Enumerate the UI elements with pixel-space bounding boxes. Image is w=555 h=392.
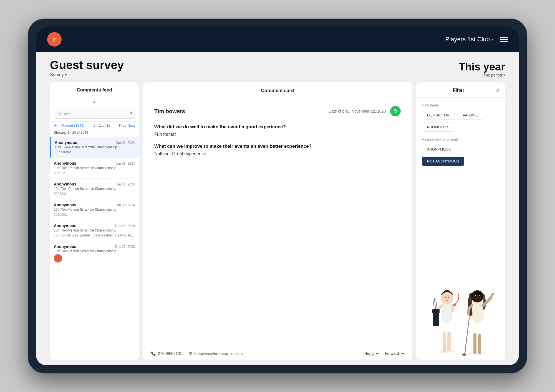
svg-point-21 (453, 304, 456, 306)
question-text-2: What can we improve to make their events… (154, 144, 401, 149)
comment-card-panel: Comment card Tim bowers Date of play: No… (143, 82, 412, 360)
svg-point-12 (468, 351, 486, 356)
svg-rect-15 (472, 300, 483, 318)
comment-card-header: Comment card (143, 82, 412, 98)
reply-icon: ↩ (376, 351, 379, 356)
page-subtitle[interactable]: Survey ▾ (50, 72, 124, 77)
comment-item[interactable]: Anonymous Dec 28, 2023 10th Two-Person S… (50, 220, 139, 241)
filter-tab-unread[interactable]: Unread (8543) (61, 123, 85, 128)
logo-letter: r (53, 35, 56, 43)
svg-rect-6 (432, 309, 440, 313)
tablet-frame: r Players 1st Club ▾ Guest survey Survey (28, 19, 527, 373)
page-header: Guest survey Survey ▾ This year Time per… (36, 52, 519, 82)
comment-event: 10th Two-Person Scramble Championship (55, 145, 135, 149)
comment-author: Anonymous (55, 140, 77, 145)
club-selector[interactable]: Players 1st Club ▾ (445, 36, 493, 43)
search-help-icon[interactable]: ? (130, 111, 132, 116)
footer-actions: Reply ↩ Forward ↪ (364, 351, 404, 356)
comment-card-body: Tim bowers Date of play: November 22, 20… (143, 98, 412, 347)
comments-feed-panel: Comments feed ▲ ? All Unread (8543) 1 - … (50, 82, 139, 360)
app-logo[interactable]: r (47, 32, 62, 47)
comment-author: Anonymous (54, 223, 76, 228)
filter-reset-button[interactable]: ↺ (495, 87, 500, 93)
chip-promoter[interactable]: PROMOTER (422, 123, 453, 132)
comment-event: 10th Two-Person Scramble Championship (54, 249, 135, 253)
page-title-section: Guest survey Survey ▾ (50, 58, 124, 77)
forward-button[interactable]: Forward ↪ (385, 351, 404, 356)
time-period-sub[interactable]: Time period ▾ (459, 73, 505, 77)
comment-date: Dec 28, 2023 (115, 224, 135, 228)
time-period-label: This year (459, 61, 505, 73)
comment-list: Anonymous Jan 03, 2024 10th Two-Person S… (50, 137, 139, 360)
search-input[interactable] (54, 109, 135, 119)
svg-rect-1 (443, 332, 446, 353)
comment-item[interactable]: Anonymous Jan 03, 2024 10th Two-Person S… (50, 199, 139, 220)
contact-info: 📞 276-694-2101 ✉ tdbowers@embarqmail.com (151, 351, 243, 356)
comment-event: 10th Two-Person Scramble Championship (54, 166, 135, 170)
chip-passive[interactable]: PASSIVE (458, 111, 483, 120)
svg-line-7 (433, 299, 434, 309)
nps-types-label: NPS types (422, 103, 500, 107)
avatar (54, 254, 62, 263)
columns-layout: Comments feed ▲ ? All Unread (8543) 1 - … (36, 82, 519, 365)
reply-button[interactable]: Reply ↩ (364, 351, 379, 356)
comment-date: Jan 03, 2024 (116, 141, 135, 145)
email-address: tdbowers@embarqmail.com (194, 351, 243, 356)
filter-tabs-row: All Unread (8543) 1 - 11 of 11 Prev Next (50, 122, 139, 129)
phone-contact: 📞 276-694-2101 (151, 351, 182, 356)
showing-row: Showing 1 - 25 of 8543 (50, 129, 139, 137)
comment-item[interactable]: Anonymous Jan 03, 2024 10th Two-Person S… (50, 179, 139, 199)
filter-title: Filter (422, 88, 495, 93)
comment-author: Anonymous (54, 203, 76, 207)
svg-point-17 (475, 295, 476, 296)
page-info: 1 - 11 of 11 (93, 124, 110, 128)
forward-label: Forward (385, 351, 399, 356)
club-chevron-icon: ▾ (491, 37, 493, 42)
respondent-name: Tim bowers (154, 108, 185, 114)
comment-date: Jan 03, 2024 (116, 203, 135, 207)
main-content: Guest survey Survey ▾ This year Time per… (36, 52, 519, 365)
chip-detractor[interactable]: DETRACTOR (422, 111, 455, 120)
comment-event: 10th Two-Person Scramble Championship (54, 228, 135, 232)
comment-item[interactable]: Anonymous Jan 03, 2024 10th Two-Person S… (50, 158, 139, 179)
svg-point-11 (448, 297, 449, 298)
chip-not-anonymous[interactable]: NOT ANONYMOUS (422, 157, 464, 166)
comment-card-footer: 📞 276-694-2101 ✉ tdbowers@embarqmail.com… (143, 347, 412, 360)
hamburger-menu-button[interactable] (500, 37, 508, 42)
answer-text-2: Nothing. Great experience. (154, 151, 401, 156)
answer-text-1: Fun format (154, 132, 401, 137)
nps-type-chips: DETRACTOR PASSIVE PROMOTER (422, 111, 500, 132)
comment-item[interactable]: Anonymous Jan 03, 2024 10th Two-Person S… (50, 137, 139, 158)
question-block-1: What did we do well to make the event a … (154, 124, 401, 137)
tablet-screen: r Players 1st Club ▾ Guest survey Survey (36, 27, 519, 365)
comment-card-title: Comment card (151, 88, 404, 93)
scroll-up-arrow[interactable]: ▲ (50, 97, 139, 106)
question-block-2: What can we improve to make their events… (154, 144, 401, 156)
date-of-play: Date of play: November 22, 2020 (329, 109, 386, 113)
search-bar-container: ? (50, 106, 139, 122)
comment-item[interactable]: Anonymous Dec 27, 2023 10th Two-Person S… (50, 241, 139, 266)
reply-label: Reply (364, 351, 374, 356)
page-title: Guest survey (50, 58, 124, 72)
forward-icon: ↪ (401, 351, 404, 356)
prev-next-nav[interactable]: Prev Next (119, 123, 135, 128)
svg-point-20 (462, 353, 466, 356)
svg-line-9 (436, 299, 437, 309)
comment-author: Anonymous (54, 244, 76, 249)
email-contact: ✉ tdbowers@embarqmail.com (189, 351, 243, 356)
svg-rect-13 (473, 333, 476, 354)
chip-anonymous[interactable]: ANONYMOUS (422, 145, 456, 154)
comment-preview: 806312 (54, 171, 135, 175)
svg-point-10 (445, 297, 446, 298)
comment-date: Jan 03, 2024 (116, 182, 135, 186)
filter-tab-all[interactable]: All (54, 123, 59, 128)
svg-point-4 (441, 292, 453, 304)
respondent-row: Tim bowers Date of play: November 22, 20… (154, 106, 401, 116)
svg-rect-2 (447, 332, 451, 351)
comment-date: Jan 03, 2024 (116, 162, 135, 166)
phone-icon: 📞 (151, 351, 156, 356)
filter-panel-header: Filter ↺ (416, 82, 505, 98)
question-text-1: What did we do well to make the event a … (154, 124, 401, 130)
filter-tabs: All Unread (8543) (54, 123, 84, 128)
anonymity-chips: ANONYMOUS NOT ANONYMOUS (422, 145, 500, 166)
